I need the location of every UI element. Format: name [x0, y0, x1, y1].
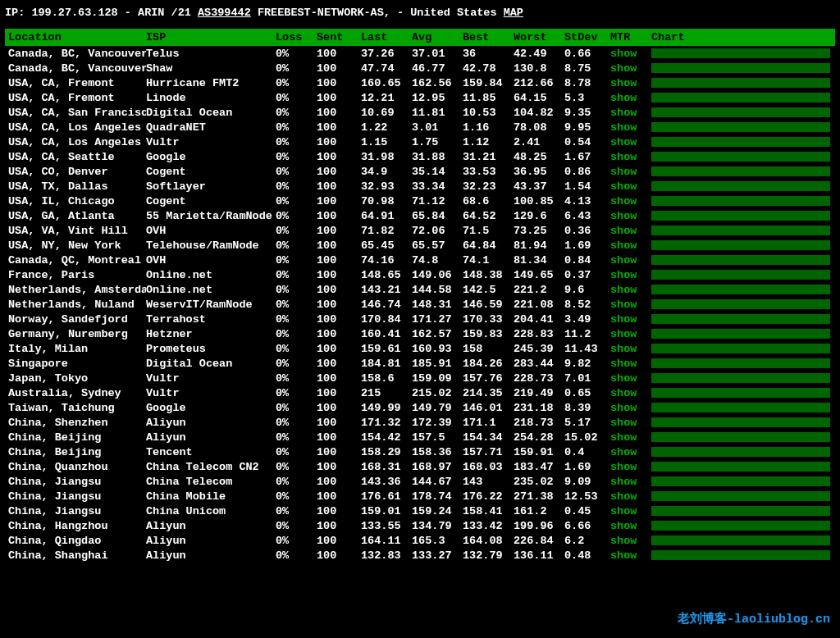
cell-last: 184.81: [361, 356, 412, 371]
mtr-show-link[interactable]: show: [610, 121, 637, 134]
cell-last: 164.11: [361, 533, 412, 548]
cell-avg: 165.3: [412, 533, 463, 548]
mtr-show-link[interactable]: show: [610, 387, 637, 399]
cell-avg: 65.57: [412, 238, 463, 253]
mtr-show-link[interactable]: show: [610, 490, 637, 503]
cell-sent: 100: [317, 75, 361, 90]
mtr-show-link[interactable]: show: [610, 107, 637, 119]
cell-worst: 221.2: [514, 282, 564, 297]
cell-best: 64.84: [463, 238, 514, 253]
cell-mtr: show: [610, 385, 651, 400]
cell-last: 176.61: [361, 489, 412, 504]
mtr-show-link[interactable]: show: [610, 343, 637, 355]
mtr-show-link[interactable]: show: [610, 151, 637, 163]
cell-loss: 0%: [276, 46, 317, 61]
mtr-show-link[interactable]: show: [610, 48, 637, 60]
mtr-show-link[interactable]: show: [610, 195, 637, 207]
cell-worst: 212.66: [514, 75, 564, 90]
mtr-show-link[interactable]: show: [610, 358, 637, 370]
mtr-show-link[interactable]: show: [610, 476, 637, 488]
cell-avg: 144.58: [412, 282, 463, 297]
mtr-show-link[interactable]: show: [610, 180, 637, 193]
mtr-show-link[interactable]: show: [610, 254, 637, 267]
cell-stdev: 3.49: [564, 312, 610, 326]
col-best: Best: [463, 29, 514, 46]
table-row: USA, CO, DenverCogent0%10034.935.1433.53…: [5, 164, 835, 179]
mtr-show-link[interactable]: show: [610, 77, 637, 89]
mtr-show-link[interactable]: show: [610, 62, 637, 75]
mtr-show-link[interactable]: show: [610, 549, 637, 562]
cell-isp: OVH: [146, 253, 276, 267]
mtr-show-link[interactable]: show: [610, 446, 637, 458]
cell-last: 158.6: [361, 371, 412, 385]
cell-chart: [651, 489, 835, 504]
mtr-show-link[interactable]: show: [610, 328, 637, 340]
mtr-show-link[interactable]: show: [610, 372, 637, 385]
mtr-show-link[interactable]: show: [610, 505, 637, 517]
mtr-show-link[interactable]: show: [610, 313, 637, 326]
latency-chart: [651, 270, 830, 280]
cell-sent: 100: [317, 149, 361, 164]
cell-loss: 0%: [276, 282, 317, 297]
latency-chart: [651, 285, 830, 294]
table-row: SingaporeDigital Ocean0%100184.81185.911…: [5, 356, 835, 371]
table-row: Italy, MilanPrometeus0%100159.61160.9315…: [5, 341, 835, 356]
cell-loss: 0%: [276, 134, 317, 149]
cell-worst: 235.02: [514, 474, 564, 489]
cell-last: 65.45: [361, 238, 412, 253]
mtr-show-link[interactable]: show: [610, 402, 637, 414]
cell-best: 164.08: [463, 533, 514, 548]
col-avg: Avg: [412, 29, 463, 46]
mtr-show-link[interactable]: show: [610, 417, 637, 429]
cell-stdev: 6.43: [564, 208, 610, 223]
mtr-show-link[interactable]: show: [610, 239, 637, 252]
cell-avg: 12.95: [412, 90, 463, 105]
cell-mtr: show: [610, 548, 651, 563]
cell-best: 146.59: [463, 297, 514, 312]
cell-last: 160.41: [361, 326, 412, 341]
cell-location: USA, CA, Los Angeles: [5, 134, 146, 149]
cell-chart: [651, 518, 835, 533]
cell-loss: 0%: [276, 518, 317, 533]
mtr-show-link[interactable]: show: [610, 461, 637, 473]
cell-avg: 149.06: [412, 267, 463, 282]
cell-mtr: show: [610, 504, 651, 518]
cell-best: 133.42: [463, 518, 514, 533]
cell-stdev: 9.6: [564, 282, 610, 297]
mtr-show-link[interactable]: show: [610, 136, 637, 148]
cell-mtr: show: [610, 341, 651, 356]
mtr-show-link[interactable]: show: [610, 92, 637, 104]
cell-loss: 0%: [276, 474, 317, 489]
cell-stdev: 6.66: [564, 518, 610, 533]
cell-isp: Aliyun: [146, 533, 276, 548]
asn-link[interactable]: AS399442: [198, 7, 251, 19]
mtr-show-link[interactable]: show: [610, 225, 637, 237]
mtr-show-link[interactable]: show: [610, 520, 637, 532]
mtr-show-link[interactable]: show: [610, 166, 637, 178]
cell-isp: Online.net: [146, 267, 276, 282]
mtr-show-link[interactable]: show: [610, 298, 637, 311]
mtr-show-link[interactable]: show: [610, 210, 637, 222]
mtr-show-link[interactable]: show: [610, 431, 637, 444]
cell-stdev: 4.13: [564, 194, 610, 208]
cell-best: 132.79: [463, 548, 514, 563]
cell-mtr: show: [610, 179, 651, 194]
cell-worst: 218.73: [514, 415, 564, 430]
cell-avg: 37.01: [412, 46, 463, 61]
cell-stdev: 0.45: [564, 504, 610, 518]
cell-chart: [651, 120, 835, 134]
cell-stdev: 0.65: [564, 385, 610, 400]
table-row: Taiwan, TaichungGoogle0%100149.99149.791…: [5, 400, 835, 415]
col-last: Last: [361, 29, 412, 46]
cell-loss: 0%: [276, 238, 317, 253]
cell-avg: 65.84: [412, 208, 463, 223]
cell-mtr: show: [610, 46, 651, 61]
cell-loss: 0%: [276, 504, 317, 518]
mtr-show-link[interactable]: show: [610, 269, 637, 281]
cell-mtr: show: [610, 134, 651, 149]
map-link[interactable]: MAP: [504, 7, 523, 19]
mtr-show-link[interactable]: show: [610, 284, 637, 296]
cell-isp: Google: [146, 149, 276, 164]
mtr-show-link[interactable]: show: [610, 535, 637, 547]
cell-mtr: show: [610, 75, 651, 90]
